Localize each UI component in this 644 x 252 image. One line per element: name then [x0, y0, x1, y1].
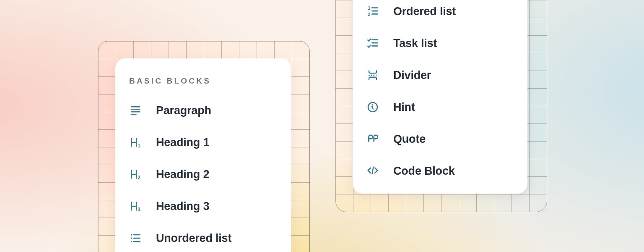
code-block-icon	[366, 165, 379, 177]
menu-item-label: Divider	[393, 69, 431, 82]
menu-item[interactable]: Unordered list	[115, 222, 291, 252]
menu-item-label: Paragraph	[156, 104, 211, 117]
unordered-list-icon	[129, 232, 142, 244]
menu-item[interactable]: 1 Heading 1	[115, 126, 291, 158]
ordered-list-icon: 1 2	[366, 5, 379, 18]
task-list-icon	[366, 37, 379, 50]
menu-item[interactable]: Divider	[353, 59, 527, 91]
menu-item-label: Heading 3	[156, 200, 209, 213]
menu-item[interactable]: Quote	[353, 123, 527, 155]
hint-icon	[366, 101, 379, 113]
menu-item[interactable]: Task list	[353, 27, 527, 59]
menu-item-label: Quote	[393, 133, 426, 146]
stage: BASIC BLOCKS Paragraph 1 Heading 1 2 Hea…	[0, 0, 644, 252]
insert-blocks-panel: 1 2 Ordered list Task list Divider Hint …	[353, 0, 527, 194]
basic-blocks-list: Paragraph 1 Heading 1 2 Heading 2 3 Head…	[115, 94, 291, 252]
section-title: BASIC BLOCKS	[129, 77, 291, 85]
svg-text:1: 1	[138, 143, 140, 149]
menu-item-label: Heading 1	[156, 136, 209, 149]
menu-item-label: Ordered list	[393, 5, 456, 18]
heading-1-icon: 1	[129, 136, 142, 149]
quote-icon	[366, 133, 379, 145]
divider-icon	[366, 69, 379, 81]
menu-item[interactable]: Hint	[353, 91, 527, 123]
basic-blocks-panel: BASIC BLOCKS Paragraph 1 Heading 1 2 Hea…	[115, 58, 291, 252]
menu-item[interactable]: Code Block	[353, 155, 527, 187]
menu-item[interactable]: Paragraph	[115, 94, 291, 126]
svg-text:2: 2	[138, 175, 140, 181]
heading-3-icon: 3	[129, 200, 142, 213]
svg-text:1: 1	[368, 5, 370, 10]
insert-blocks-list: 1 2 Ordered list Task list Divider Hint …	[353, 0, 527, 187]
menu-item[interactable]: 1 2 Ordered list	[353, 0, 527, 27]
canvas: { "left_panel": { "section_title": "BASI…	[0, 0, 644, 252]
menu-item-label: Hint	[393, 101, 415, 114]
menu-item-label: Task list	[393, 37, 437, 50]
svg-text:2: 2	[368, 12, 370, 17]
heading-2-icon: 2	[129, 168, 142, 181]
menu-item[interactable]: 3 Heading 3	[115, 190, 291, 222]
menu-item-label: Heading 2	[156, 168, 209, 181]
svg-text:3: 3	[138, 207, 140, 213]
menu-item-label: Unordered list	[156, 232, 231, 245]
menu-item[interactable]: 2 Heading 2	[115, 158, 291, 190]
menu-item-label: Code Block	[393, 165, 455, 178]
paragraph-icon	[129, 104, 142, 117]
